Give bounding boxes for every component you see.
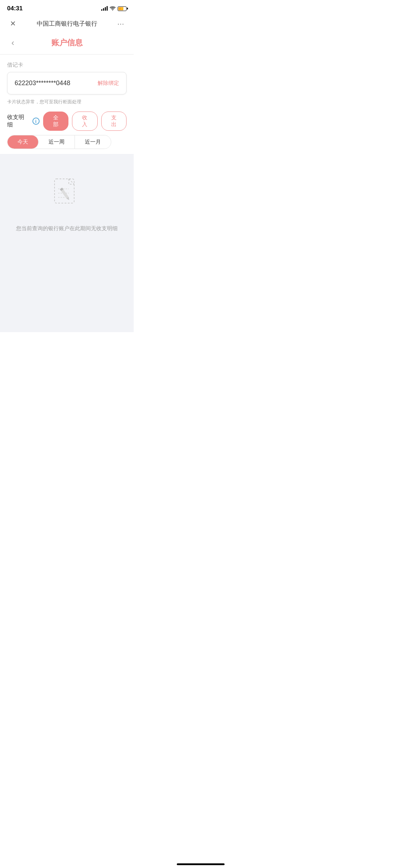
filter-section: 收支明细 i 全部 收入 支出 今天 近一周 近一月 — [7, 112, 127, 149]
nav-title: 中国工商银行电子银行 — [37, 20, 97, 28]
status-bar: 04:31 ⚡ — [0, 0, 134, 15]
info-icon[interactable]: i — [32, 118, 40, 125]
top-nav: ✕ 中国工商银行电子银行 ··· — [0, 15, 134, 33]
signal-icon — [101, 6, 108, 11]
filter-all-button[interactable]: 全部 — [43, 112, 69, 131]
battery-icon: ⚡ — [118, 6, 127, 11]
more-icon: ··· — [117, 20, 124, 28]
time-week-button[interactable]: 近一周 — [38, 135, 75, 149]
filter-label: 收支明细 — [7, 114, 29, 129]
back-button[interactable]: ‹ — [7, 37, 19, 48]
card-box: 622203********0448 解除绑定 — [7, 72, 127, 94]
card-section-label: 借记卡 — [7, 62, 127, 68]
status-icons: ⚡ — [101, 6, 127, 11]
filter-expense-button[interactable]: 支出 — [101, 112, 127, 131]
card-number: 622203********0448 — [15, 79, 70, 87]
status-time: 04:31 — [7, 5, 22, 12]
time-filter: 今天 近一周 近一月 — [7, 135, 111, 149]
close-button[interactable]: ✕ — [7, 18, 19, 29]
empty-state-area: 您当前查询的银行账户在此期间无收支明细 — [0, 154, 134, 332]
content-area: 借记卡 622203********0448 解除绑定 卡片状态异常，您可至我行… — [0, 55, 134, 149]
time-month-button[interactable]: 近一月 — [75, 135, 111, 149]
more-button[interactable]: ··· — [115, 18, 127, 29]
time-today-button[interactable]: 今天 — [7, 135, 38, 149]
wifi-icon — [110, 6, 115, 11]
filter-income-button[interactable]: 收入 — [72, 112, 98, 131]
page-title: 账户信息 — [19, 37, 115, 48]
close-icon: ✕ — [10, 19, 16, 28]
unbind-button[interactable]: 解除绑定 — [98, 80, 119, 87]
card-status-tip: 卡片状态异常，您可至我行柜面处理 — [7, 99, 127, 105]
empty-illustration — [49, 175, 85, 215]
filter-row: 收支明细 i 全部 收入 支出 — [7, 112, 127, 131]
chevron-left-icon: ‹ — [11, 38, 14, 48]
empty-text: 您当前查询的银行账户在此期间无收支明细 — [16, 225, 118, 232]
filter-buttons: 全部 收入 支出 — [43, 112, 127, 131]
page-header: ‹ 账户信息 — [0, 33, 134, 54]
